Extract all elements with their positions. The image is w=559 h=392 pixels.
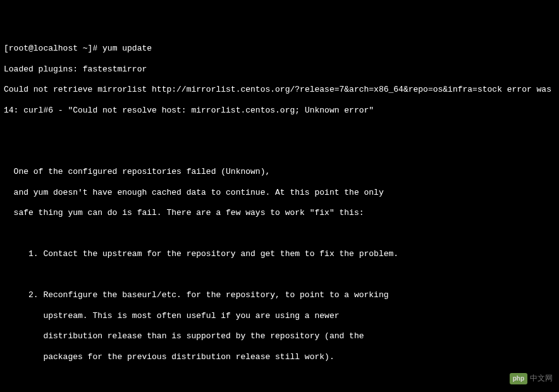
command: yum update [102, 44, 152, 53]
blank-line [4, 147, 555, 157]
prompt: [root@localhost ~]# [4, 44, 102, 53]
watermark-text: 中文网 [530, 374, 553, 383]
output-line: Could not retrieve mirrorlist http://mir… [4, 85, 555, 95]
blank-line [4, 229, 555, 239]
step-2-cont: packages for the previous distribution r… [4, 352, 555, 362]
step-2-cont: upstream. This is most often useful if y… [4, 311, 555, 321]
blank-line [4, 126, 555, 136]
step-2: 2. Reconfigure the baseurl/etc. for the … [4, 290, 555, 300]
output-line: safe thing yum can do is fail. There are… [4, 208, 555, 218]
output-line: One of the configured repositories faile… [4, 167, 555, 177]
watermark: php 中文网 [510, 373, 553, 385]
step-1: 1. Contact the upstream for the reposito… [4, 249, 555, 259]
output-line: and yum doesn't have enough cached data … [4, 188, 555, 198]
step-2-cont: distribution release than is supported b… [4, 331, 555, 341]
prompt-line-1[interactable]: [root@localhost ~]# yum update [4, 44, 555, 54]
output-line: 14: curl#6 - "Could not resolve host: mi… [4, 106, 555, 116]
watermark-badge: php [510, 373, 527, 385]
blank-line [4, 270, 555, 280]
blank-line [4, 372, 555, 383]
output-line: Loaded plugins: fastestmirror [4, 64, 555, 75]
